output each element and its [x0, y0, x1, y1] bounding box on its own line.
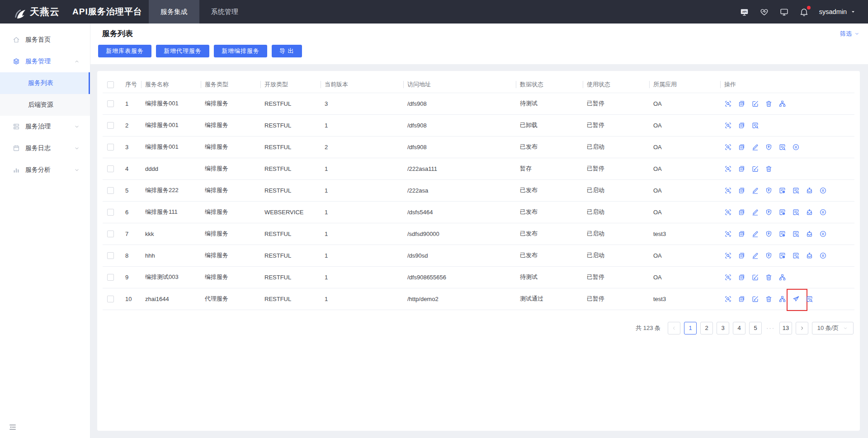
pause-icon[interactable]	[819, 230, 827, 238]
doc-query-icon[interactable]	[792, 208, 800, 216]
bell-icon[interactable]	[799, 7, 809, 17]
edit-icon[interactable]	[751, 165, 759, 173]
health-icon[interactable]	[760, 7, 769, 17]
view-detail-icon[interactable]	[724, 252, 732, 259]
top-tab-1[interactable]: 服务集成	[149, 0, 199, 24]
sidebar-subitem[interactable]: 后端资源	[0, 94, 90, 116]
authorize-icon[interactable]	[765, 252, 773, 259]
view-detail-icon[interactable]	[724, 100, 732, 108]
collapse-sidebar-icon[interactable]	[8, 423, 17, 432]
pause-icon[interactable]	[819, 252, 827, 259]
copy-icon[interactable]	[738, 100, 745, 108]
view-detail-icon[interactable]	[724, 230, 732, 238]
toolbar-button-4[interactable]: 导 出	[272, 45, 302, 57]
view-detail-icon[interactable]	[724, 273, 732, 281]
row-checkbox[interactable]	[107, 296, 114, 302]
flow-icon[interactable]	[778, 100, 786, 108]
doc-register-icon[interactable]	[778, 252, 786, 259]
pagination-prev-button[interactable]	[668, 322, 680, 334]
flow-icon[interactable]	[778, 273, 786, 281]
delete-icon[interactable]	[765, 165, 773, 173]
doc-register-icon[interactable]	[778, 208, 786, 216]
sidebar-subitem[interactable]: 服务列表	[0, 72, 90, 94]
row-checkbox[interactable]	[107, 122, 114, 129]
authorize-icon[interactable]	[765, 187, 773, 194]
modify-icon[interactable]	[751, 143, 759, 151]
pagination-page-13[interactable]: 13	[779, 322, 792, 334]
copy-icon[interactable]	[738, 273, 745, 281]
copy-icon[interactable]	[738, 122, 745, 129]
pagination-page-4[interactable]: 4	[733, 322, 745, 334]
user-menu[interactable]: sysadmin	[819, 8, 856, 15]
monitor-icon[interactable]	[779, 7, 789, 17]
authorize-icon[interactable]	[765, 230, 773, 238]
doc-register-icon[interactable]	[778, 187, 786, 194]
edit-icon[interactable]	[751, 100, 759, 108]
authorize-icon[interactable]	[765, 143, 773, 151]
edit-icon[interactable]	[751, 273, 759, 281]
top-tab-2[interactable]: 系统管理	[199, 0, 250, 24]
sidebar-item-4[interactable]: 服务日志	[0, 137, 90, 159]
edit-icon[interactable]	[751, 295, 759, 303]
pagination-next-button[interactable]	[796, 322, 808, 334]
pagination-page-1[interactable]: 1	[684, 322, 697, 334]
modify-icon[interactable]	[751, 187, 759, 194]
copy-icon[interactable]	[738, 143, 745, 151]
view-detail-icon[interactable]	[724, 187, 732, 194]
row-checkbox[interactable]	[107, 209, 114, 216]
sidebar-item-2[interactable]: 服务管理	[0, 51, 90, 72]
view-detail-icon[interactable]	[724, 165, 732, 173]
offline-icon[interactable]	[806, 230, 813, 238]
row-checkbox[interactable]	[107, 100, 114, 107]
publish-icon[interactable]	[792, 295, 800, 303]
copy-icon[interactable]	[738, 295, 745, 303]
view-detail-icon[interactable]	[724, 208, 732, 216]
filter-toggle[interactable]: 筛选	[840, 30, 860, 38]
toolbar-button-2[interactable]: 新增代理服务	[156, 45, 209, 57]
sidebar-item-3[interactable]: 服务治理	[0, 116, 90, 137]
delete-icon[interactable]	[765, 295, 773, 303]
pagination-page-5[interactable]: 5	[749, 322, 762, 334]
pause-icon[interactable]	[819, 208, 827, 216]
toolbar-button-3[interactable]: 新增编排服务	[214, 45, 267, 57]
row-checkbox[interactable]	[107, 231, 114, 237]
row-checkbox[interactable]	[107, 165, 114, 172]
pagination-page-3[interactable]: 3	[717, 322, 729, 334]
page-size-select[interactable]: 10 条/页	[812, 322, 854, 334]
doc-register-icon[interactable]	[778, 230, 786, 238]
sidebar-item-1[interactable]: 服务首页	[0, 29, 90, 51]
toolbar-button-1[interactable]: 新增库表服务	[98, 45, 151, 57]
view-detail-icon[interactable]	[724, 143, 732, 151]
view-detail-icon[interactable]	[724, 295, 732, 303]
offline-icon[interactable]	[806, 187, 813, 194]
doc-query-icon[interactable]	[778, 143, 786, 151]
copy-icon[interactable]	[738, 230, 745, 238]
modify-icon[interactable]	[751, 230, 759, 238]
modify-icon[interactable]	[751, 252, 759, 259]
doc-query-icon[interactable]	[792, 187, 800, 194]
pause-icon[interactable]	[792, 143, 800, 151]
delete-icon[interactable]	[765, 273, 773, 281]
row-checkbox[interactable]	[107, 274, 114, 281]
copy-icon[interactable]	[738, 252, 745, 259]
view-detail-icon[interactable]	[724, 122, 732, 129]
api-badge-icon[interactable]: API	[740, 7, 749, 17]
row-checkbox[interactable]	[107, 187, 114, 194]
copy-icon[interactable]	[738, 208, 745, 216]
flow-icon[interactable]	[778, 295, 786, 303]
offline-icon[interactable]	[806, 208, 813, 216]
copy-icon[interactable]	[738, 165, 745, 173]
pause-icon[interactable]	[819, 187, 827, 194]
modify-icon[interactable]	[751, 208, 759, 216]
copy-icon[interactable]	[738, 187, 745, 194]
pagination-page-2[interactable]: 2	[700, 322, 713, 334]
doc-query-icon[interactable]	[792, 252, 800, 259]
offline-icon[interactable]	[806, 252, 813, 259]
sidebar-item-5[interactable]: 服务分析	[0, 159, 90, 181]
doc-query-icon[interactable]	[806, 295, 813, 303]
row-checkbox[interactable]	[107, 252, 114, 259]
doc-query-icon[interactable]	[751, 122, 759, 129]
delete-icon[interactable]	[765, 100, 773, 108]
row-checkbox[interactable]	[107, 144, 114, 151]
doc-query-icon[interactable]	[792, 230, 800, 238]
